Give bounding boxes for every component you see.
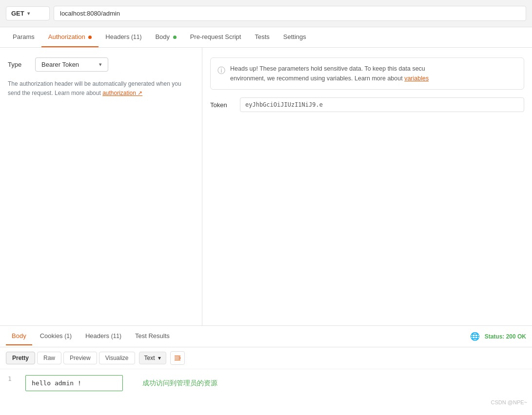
resp-body-label: Body	[12, 332, 26, 340]
watermark: CSDN @NPE~	[491, 399, 527, 405]
tab-tests-label: Tests	[255, 33, 269, 40]
bearer-token-label: Bearer Token	[41, 61, 79, 68]
globe-icon: 🌐	[470, 332, 480, 341]
resp-tab-cookies[interactable]: Cookies (1)	[34, 327, 78, 345]
pretty-button[interactable]: Pretty	[6, 352, 35, 364]
tab-params[interactable]: Params	[6, 27, 41, 47]
wrap-button[interactable]	[170, 351, 185, 365]
warning-text: Heads up! These parameters hold sensitiv…	[230, 64, 429, 83]
tab-headers-label: Headers	[105, 33, 129, 40]
left-panel: Type Bearer Token ▾ The authorization he…	[0, 48, 202, 325]
auth-info-text: The authorization header will be automat…	[8, 79, 194, 98]
tab-params-label: Params	[13, 33, 35, 40]
request-tabs: Params Authorization Headers (11) Body P…	[0, 27, 532, 48]
response-tabs: Body Cookies (1) Headers (11) Test Resul…	[0, 326, 532, 347]
format-chevron: ▾	[158, 355, 161, 361]
wrap-icon	[174, 355, 181, 361]
response-content-area: 1 hello admin ! 成功访问到管理员的资源 CSDN @NPE~	[0, 369, 532, 408]
resp-cookies-badge: (1)	[64, 333, 72, 340]
main-content: Type Bearer Token ▾ The authorization he…	[0, 48, 532, 325]
tab-body[interactable]: Body	[148, 27, 183, 47]
status-info: 🌐 Status: 200 OK	[470, 332, 526, 341]
format-select[interactable]: Text ▾	[139, 352, 166, 364]
token-input[interactable]	[240, 97, 524, 112]
token-label: Token	[210, 101, 232, 109]
resp-headers-badge: (11)	[111, 333, 121, 340]
preview-button[interactable]: Preview	[63, 352, 97, 364]
type-row: Type Bearer Token ▾	[8, 57, 194, 72]
method-select[interactable]: GET ▾	[6, 6, 50, 20]
authorization-dot	[88, 36, 92, 39]
resp-tab-body[interactable]: Body	[6, 327, 32, 345]
response-section: Body Cookies (1) Headers (11) Test Resul…	[0, 325, 532, 408]
raw-button[interactable]: Raw	[37, 352, 61, 364]
right-panel: ⓘ Heads up! These parameters hold sensit…	[202, 48, 532, 325]
url-input[interactable]	[54, 6, 526, 21]
body-dot	[173, 36, 177, 39]
headers-badge: (11)	[131, 34, 141, 40]
variables-link[interactable]: variables	[404, 75, 429, 82]
visualize-button[interactable]: Visualize	[99, 352, 135, 364]
method-chevron: ▾	[27, 11, 30, 16]
resp-cookies-label: Cookies	[40, 332, 63, 340]
auth-link[interactable]: authorization ↗	[102, 90, 142, 96]
method-label: GET	[11, 10, 24, 17]
status-badge: Status: 200 OK	[485, 333, 526, 340]
resp-tab-headers[interactable]: Headers (11)	[79, 327, 127, 345]
tab-pre-request-label: Pre-request Script	[190, 33, 241, 40]
tab-tests[interactable]: Tests	[248, 27, 276, 47]
line-number: 1	[8, 375, 18, 382]
info-icon: ⓘ	[217, 64, 225, 77]
resp-test-results-label: Test Results	[135, 332, 170, 340]
code-output: hello admin !	[25, 375, 123, 391]
warning-box: ⓘ Heads up! These parameters hold sensit…	[210, 57, 524, 90]
type-label: Type	[8, 61, 27, 68]
tab-authorization-label: Authorization	[48, 33, 85, 40]
resp-tab-test-results[interactable]: Test Results	[129, 327, 176, 345]
tab-settings[interactable]: Settings	[276, 27, 313, 47]
response-body: 1 hello admin ! 成功访问到管理员的资源	[0, 369, 532, 397]
format-label: Text	[144, 355, 155, 361]
bearer-chevron: ▾	[99, 61, 102, 68]
tab-headers[interactable]: Headers (11)	[99, 27, 148, 47]
token-row: Token	[210, 97, 524, 112]
response-toolbar: Pretty Raw Preview Visualize Text ▾	[0, 347, 532, 369]
tab-pre-request[interactable]: Pre-request Script	[183, 27, 248, 47]
url-bar: GET ▾	[0, 0, 532, 27]
tab-settings-label: Settings	[283, 33, 306, 40]
bearer-token-dropdown[interactable]: Bearer Token ▾	[35, 57, 108, 72]
resp-headers-label: Headers	[85, 332, 109, 340]
tab-body-label: Body	[155, 33, 170, 40]
success-message: 成功访问到管理员的资源	[142, 379, 217, 388]
tab-authorization[interactable]: Authorization	[41, 27, 99, 47]
